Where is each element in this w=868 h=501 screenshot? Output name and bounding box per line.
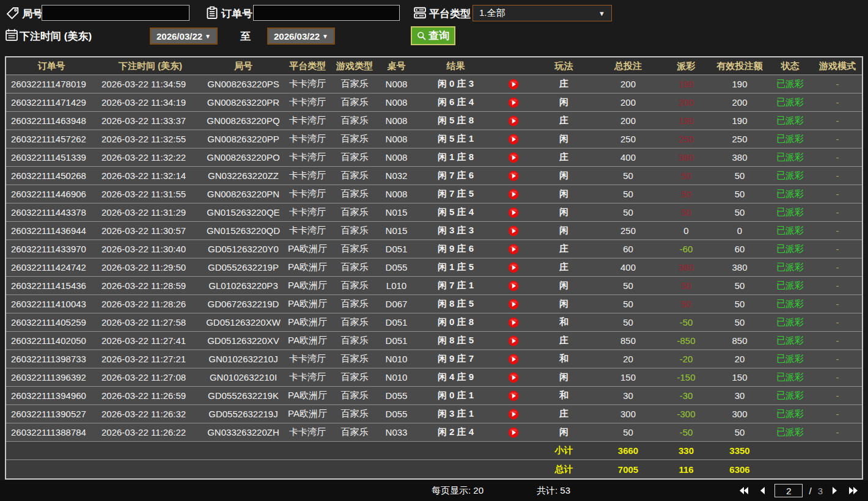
- platform-type-cell: PA欧洲厅: [282, 387, 333, 404]
- platform-type-select[interactable]: 1.全部 ▼: [473, 5, 612, 21]
- order-number-cell: 260322111450268: [6, 167, 97, 185]
- play-video-button[interactable]: [495, 222, 532, 240]
- game-no-label: 局号: [22, 7, 43, 21]
- platform-type-cell: 卡卡湾厅: [282, 93, 333, 111]
- play-video-button[interactable]: [495, 185, 532, 203]
- total-bet-cell: 250: [596, 130, 660, 148]
- platform-type-cell: PA欧洲厅: [282, 258, 333, 276]
- play-type-cell: 闲: [532, 277, 596, 294]
- game-number-cell: GD0672632219D: [204, 295, 282, 313]
- bet-time-cell: 2026-03-22 11:28:26: [97, 295, 204, 313]
- play-type-cell: 闲: [532, 130, 596, 148]
- game-no-input[interactable]: [42, 5, 189, 21]
- status-cell: 已派彩: [767, 313, 813, 331]
- play-video-button[interactable]: [495, 258, 532, 276]
- table-number-cell: N008: [377, 112, 416, 130]
- page-size-label: 每页显示: 20: [432, 480, 484, 501]
- column-header: 派彩: [660, 57, 712, 75]
- play-video-button[interactable]: [495, 332, 532, 349]
- bet-time-cell: 2026-03-22 11:31:29: [97, 203, 204, 221]
- play-video-button[interactable]: [495, 148, 532, 166]
- order-number-cell: 260322111457262: [6, 130, 97, 148]
- game-number-cell: GL010263220P3: [204, 277, 282, 294]
- result-cell: 闲 4 庄 9: [416, 368, 495, 386]
- play-video-button[interactable]: [495, 350, 532, 368]
- play-video-button[interactable]: [495, 405, 532, 423]
- payout-cell: -300: [660, 405, 712, 423]
- date-from-picker[interactable]: 2026/03/22 ▼: [150, 27, 218, 45]
- bet-time-cell: 2026-03-22 11:32:55: [97, 130, 204, 148]
- game-type-cell: 百家乐: [333, 277, 377, 294]
- play-video-button[interactable]: [495, 295, 532, 313]
- payout-cell: -50: [660, 313, 712, 331]
- game-number-cell: GD051263220Y0: [204, 240, 282, 258]
- total-row: 总计 7005 116 6306: [6, 460, 862, 478]
- game-mode-cell: -: [813, 185, 862, 203]
- play-video-button[interactable]: [495, 277, 532, 294]
- table-row: 2603221114052592026-03-22 11:27:58GD0512…: [6, 313, 862, 332]
- play-video-button[interactable]: [495, 368, 532, 386]
- valid-bet-cell: 50: [712, 313, 767, 331]
- play-icon: [508, 79, 519, 90]
- status-cell: 已派彩: [767, 295, 813, 313]
- status-cell: 已派彩: [767, 350, 813, 368]
- play-icon: [508, 262, 519, 273]
- result-cell: 闲 9 庄 7: [416, 350, 495, 368]
- game-type-cell: 百家乐: [333, 368, 377, 386]
- table-row: 2603221113949602026-03-22 11:26:59GD0552…: [6, 387, 862, 405]
- order-number-cell: 260322111396392: [6, 368, 97, 386]
- play-video-button[interactable]: [495, 112, 532, 130]
- order-number-cell: 260322111463948: [6, 112, 97, 130]
- total-bet-cell: 250: [596, 222, 660, 240]
- valid-bet-cell: 380: [712, 148, 767, 166]
- next-page-button[interactable]: [829, 485, 841, 497]
- play-video-button[interactable]: [495, 130, 532, 148]
- table-number-cell: N015: [377, 203, 416, 221]
- play-video-button[interactable]: [495, 423, 532, 441]
- order-number-cell: 260322111451339: [6, 148, 97, 166]
- payout-cell: 50: [660, 203, 712, 221]
- search-button-label: 查询: [428, 29, 449, 43]
- date-to-picker[interactable]: 2026/03/22 ▼: [267, 27, 335, 45]
- server-icon: [413, 6, 427, 20]
- play-video-button[interactable]: [495, 93, 532, 111]
- payout-cell: 200: [660, 93, 712, 111]
- play-video-button[interactable]: [495, 75, 532, 93]
- play-type-cell: 和: [532, 387, 596, 404]
- platform-type-cell: PA欧洲厅: [282, 405, 333, 423]
- play-video-button[interactable]: [495, 167, 532, 185]
- game-type-cell: 百家乐: [333, 185, 377, 203]
- play-icon: [508, 170, 519, 181]
- game-number-cell: GN008263220PP: [204, 130, 282, 148]
- prev-page-button[interactable]: [756, 485, 768, 497]
- search-icon: [417, 31, 427, 41]
- valid-bet-cell: 60: [712, 240, 767, 258]
- play-video-button[interactable]: [495, 313, 532, 331]
- last-page-button[interactable]: [847, 485, 859, 497]
- total-bet-cell: 150: [596, 368, 660, 386]
- total-bet-cell: 50: [596, 423, 660, 441]
- play-video-button[interactable]: [495, 203, 532, 221]
- play-type-cell: 闲: [532, 203, 596, 221]
- next-page-icon: [831, 486, 839, 495]
- order-no-input[interactable]: [253, 5, 400, 21]
- payout-cell: -150: [660, 368, 712, 386]
- status-cell: 已派彩: [767, 332, 813, 349]
- status-cell: 已派彩: [767, 75, 813, 93]
- bet-time-cell: 2026-03-22 11:31:55: [97, 185, 204, 203]
- platform-type-cell: PA欧洲厅: [282, 332, 333, 349]
- valid-bet-cell: 50: [712, 277, 767, 294]
- platform-type-cell: PA欧洲厅: [282, 277, 333, 294]
- valid-bet-cell: 200: [712, 93, 767, 111]
- play-video-button[interactable]: [495, 240, 532, 258]
- first-page-button[interactable]: [738, 485, 750, 497]
- game-number-cell: GD051263220XW: [204, 313, 282, 331]
- page-number-input[interactable]: [774, 484, 803, 497]
- bet-time-cell: 2026-03-22 11:34:59: [97, 75, 204, 93]
- game-type-cell: 百家乐: [333, 112, 377, 130]
- game-mode-cell: -: [813, 368, 862, 386]
- play-video-button[interactable]: [495, 387, 532, 404]
- order-number-cell: 260322111398733: [6, 350, 97, 368]
- status-cell: 已派彩: [767, 112, 813, 130]
- search-button[interactable]: 查询: [411, 26, 455, 45]
